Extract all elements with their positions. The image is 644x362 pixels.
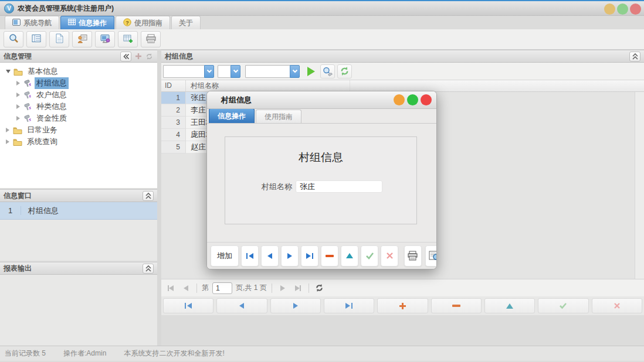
add-node-button[interactable] [134,52,143,61]
dialog-last-button[interactable] [301,245,318,267]
collapsed-arrow-icon[interactable] [16,104,20,109]
dialog-save-button[interactable] [361,245,378,267]
tab-user-guide[interactable]: ? 使用指南 [116,16,170,29]
expanded-arrow-icon[interactable] [6,70,11,73]
filter-value-input[interactable] [245,65,290,78]
record-last-button[interactable] [324,298,374,313]
dialog-minimize-button[interactable] [394,94,405,105]
main-panel-collapse-button[interactable] [629,52,640,62]
grid-scrollbar[interactable] [635,92,644,279]
minimize-button[interactable] [604,4,615,15]
tool-icon [23,114,32,122]
dialog-next-button[interactable] [281,245,299,267]
record-first-button[interactable] [163,298,213,313]
filter-operator-input[interactable] [218,65,231,78]
table-add-button[interactable] [118,31,138,47]
filter-field-input[interactable] [163,65,204,78]
dialog-titlebar[interactable]: 村组信息 [207,91,436,109]
collapsed-arrow-icon[interactable] [6,139,9,144]
collapsed-arrow-icon[interactable] [16,81,20,86]
tree-node-village-info[interactable]: 村组信息 [0,77,157,89]
report-output-body [0,275,157,346]
dialog-cancel-button[interactable] [381,245,398,267]
record-next-button[interactable] [270,298,321,313]
dialog-tab-user-guide[interactable]: 使用指南 [256,110,301,123]
document-button[interactable] [49,31,69,47]
record-add-button[interactable] [377,298,428,313]
member-report-button[interactable] [72,31,92,47]
info-manage-title: 信息管理 [4,52,32,62]
collapsed-arrow-icon[interactable] [6,128,9,132]
dialog-delete-button[interactable] [321,245,338,267]
refresh-grid-button[interactable] [337,64,352,78]
tree-node-farmer-info[interactable]: 农户信息 [0,89,157,101]
tab-system-nav[interactable]: 系统导航 [5,16,59,29]
page-first-button[interactable] [165,282,177,294]
dialog-prev-button[interactable] [261,245,279,267]
dialog-tab-info-operate[interactable]: 信息操作 [209,108,255,123]
next-page-icon [280,285,285,291]
refresh-tree-button[interactable] [145,52,154,61]
dialog-edit-button[interactable] [341,245,358,267]
sidebar-splitter[interactable] [157,50,161,346]
filter-operator-dropdown-button[interactable] [231,65,240,78]
first-record-icon [246,253,248,259]
operator-label: 操作者:Admin [63,349,106,358]
record-cancel-button[interactable] [592,298,642,313]
dialog-print-preview-button[interactable] [425,245,436,267]
record-delete-button[interactable] [431,298,482,313]
village-name-input[interactable] [296,180,382,193]
page-next-button[interactable] [277,282,289,294]
search-button[interactable] [4,31,23,47]
dialog-maximize-button[interactable] [407,94,418,105]
tree-node-category-info[interactable]: 种类信息 [0,101,157,112]
info-window-collapse-button[interactable] [143,191,154,201]
record-prev-button[interactable] [216,298,267,313]
next-record-icon [287,253,292,259]
dialog-print-button[interactable] [404,245,422,267]
filter-value-dropdown-button[interactable] [290,65,300,78]
search-edit-button[interactable] [320,64,335,78]
page-number-input[interactable] [212,282,232,294]
member-report-icon [77,34,87,45]
record-save-button[interactable] [538,298,588,313]
maximize-button[interactable] [617,4,628,15]
main-panel-header: 村组信息 [161,50,644,63]
page-refresh-button[interactable] [314,282,326,294]
tree-node-system-query[interactable]: 系统查询 [0,136,157,148]
report-output-collapse-button[interactable] [143,264,154,274]
page-prev-button[interactable] [180,282,192,294]
tab-info-operate[interactable]: 信息操作 [60,16,114,29]
printer-button[interactable] [141,31,161,47]
tab-about[interactable]: 关于 [171,16,201,29]
record-edit-button[interactable] [484,298,535,313]
add-button[interactable]: 增加 [211,245,239,267]
page-last-button[interactable] [292,282,304,294]
info-window-item-village[interactable]: 1 村组信息 [0,202,157,220]
close-button[interactable] [630,4,641,15]
filter-operator-combo [218,65,240,78]
tree-node-fund-nature[interactable]: 资金性质 [0,112,157,124]
cell-id: 4 [161,129,186,141]
collapse-left-button[interactable] [120,52,131,62]
collapsed-arrow-icon[interactable] [16,116,20,121]
print-preview-icon [428,251,436,261]
data-list-button[interactable] [26,31,46,47]
statusbar: 当前记录数 5 操作者:Admin 本系统支持二次开发和全新开发! [0,346,644,361]
tree-node-basic-info[interactable]: 基本信息 [0,66,157,77]
dialog-close-button[interactable] [421,94,432,105]
cell-id: 5 [161,141,186,153]
column-header-name[interactable]: 村组名称 [186,80,350,91]
monitor-button[interactable] [95,31,115,47]
collapsed-arrow-icon[interactable] [16,93,20,97]
minus-icon [326,255,334,257]
up-triangle-icon [506,303,513,309]
report-output-header: 报表输出 [0,262,157,275]
paging-toolbar: 第 页,共 1 页 [161,279,644,296]
tree-node-daily-business[interactable]: 日常业务 [0,124,157,136]
dialog-first-button[interactable] [241,245,259,267]
filter-field-dropdown-button[interactable] [204,65,214,78]
column-header-id[interactable]: ID [161,80,186,91]
last-record-icon [351,303,352,309]
run-filter-button[interactable] [304,64,318,78]
